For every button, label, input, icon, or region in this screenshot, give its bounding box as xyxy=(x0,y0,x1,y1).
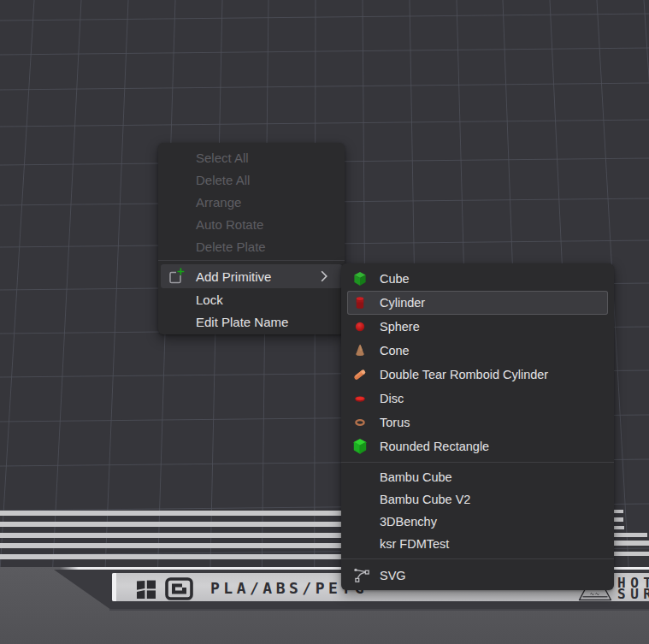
submenu-item-disc[interactable]: Disc xyxy=(341,387,614,411)
cone-icon xyxy=(352,343,368,359)
disc-icon xyxy=(352,391,368,407)
submenu-item-svg[interactable]: SVG xyxy=(341,563,614,588)
menu-item-arrange: Arrange xyxy=(158,191,345,213)
submenu-item-3dbenchy[interactable]: 3DBenchy xyxy=(341,511,614,533)
submenu-item-label: SVG xyxy=(380,569,406,582)
menu-item-select-all: Select All xyxy=(158,146,345,168)
menu-item-add-primitive[interactable]: Add Primitive xyxy=(161,264,342,288)
romboid-cylinder-icon xyxy=(352,367,368,383)
add-primitive-submenu: Cube Cylinder Sphere xyxy=(341,263,614,590)
viewport-3d[interactable]: { "context_menu": { "disabled_items": ["… xyxy=(0,0,649,644)
menu-item-label: Add Primitive xyxy=(196,269,271,284)
submenu-item-label: Cylinder xyxy=(380,296,425,310)
bambu-lab-logo-icon xyxy=(137,580,156,600)
plate-context-menu: Select All Delete All Arrange Auto Rotat… xyxy=(158,143,345,334)
submenu-item-cylinder[interactable]: Cylinder xyxy=(347,291,608,315)
submenu-separator xyxy=(341,558,614,559)
sphere-icon xyxy=(352,319,368,335)
submenu-item-label: Disc xyxy=(380,392,404,405)
submenu-item-double-tear-romboid-cylinder[interactable]: Double Tear Romboid Cylinder xyxy=(341,363,614,387)
hot-surface-warning-text: HOTSURFACE xyxy=(617,577,649,600)
menu-item-edit-plate-name[interactable]: Edit Plate Name xyxy=(158,310,345,333)
plate-strip-left-cap xyxy=(112,573,116,601)
bezier-curve-icon xyxy=(352,567,370,584)
add-primitive-icon xyxy=(167,267,186,286)
menu-item-delete-plate: Delete Plate xyxy=(158,235,345,257)
submenu-item-cone[interactable]: Cone xyxy=(341,339,614,363)
plate-stripe xyxy=(614,552,649,557)
menu-item-auto-rotate: Auto Rotate xyxy=(158,213,345,235)
menu-item-lock[interactable]: Lock xyxy=(158,288,345,310)
cube-icon xyxy=(352,271,368,287)
submenu-item-sphere[interactable]: Sphere xyxy=(341,315,614,339)
cylinder-icon xyxy=(352,295,368,311)
submenu-item-label: Torus xyxy=(380,416,410,429)
submenu-item-bambu-cube-v2[interactable]: Bambu Cube V2 xyxy=(341,488,614,511)
submenu-item-ksr-fdmtest[interactable]: ksr FDMTest xyxy=(341,533,614,555)
rounded-rectangle-icon xyxy=(352,439,368,455)
submenu-item-label: Cube xyxy=(380,272,410,286)
plate-stripe xyxy=(614,541,649,545)
plate-rim-bottom-edge xyxy=(109,609,649,611)
submenu-item-label: Double Tear Romboid Cylinder xyxy=(380,368,548,381)
submenu-item-label: Rounded Rectangle xyxy=(380,440,489,453)
submenu-item-cube[interactable]: Cube xyxy=(341,267,614,291)
submenu-item-torus[interactable]: Torus xyxy=(341,411,614,434)
torus-icon xyxy=(352,415,368,431)
submenu-item-label: Sphere xyxy=(380,320,420,334)
plate-stripe xyxy=(614,510,623,514)
menu-separator xyxy=(158,260,345,261)
plate-stripe xyxy=(614,526,624,530)
submenu-item-rounded-rectangle[interactable]: Rounded Rectangle xyxy=(341,434,614,458)
submenu-item-bambu-cube[interactable]: Bambu Cube xyxy=(341,466,614,488)
submenu-separator xyxy=(341,462,614,463)
plate-brand-logo-icon xyxy=(165,577,193,600)
submenu-chevron-icon xyxy=(321,270,327,282)
plate-stripe xyxy=(614,533,647,537)
plate-stripe xyxy=(614,517,623,522)
menu-item-delete-all: Delete All xyxy=(158,168,345,191)
submenu-item-label: Cone xyxy=(380,344,410,357)
